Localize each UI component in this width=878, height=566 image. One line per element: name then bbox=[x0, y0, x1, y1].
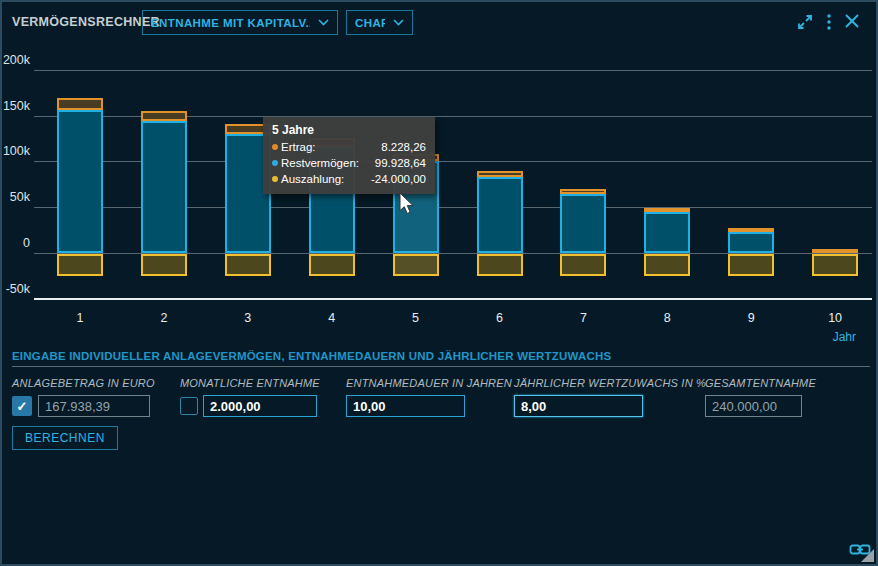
anlagebetrag-label: ANLAGEBETRAG IN EURO bbox=[12, 377, 155, 389]
close-icon[interactable] bbox=[844, 13, 860, 33]
chart-tooltip: 5 Jahre Ertrag: 8.228,26 Restvermögen: 9… bbox=[263, 117, 435, 194]
wertzuwachs-label: JÄHRLICHER WERTZUWACHS IN % bbox=[514, 377, 706, 389]
y-axis-tick-label: 150k bbox=[2, 99, 30, 113]
bar-segment-restvermoegen bbox=[477, 177, 523, 253]
calculation-type-dropdown[interactable]: ENTNAHME MIT KAPITALV... bbox=[142, 10, 338, 35]
bar-segment-restvermoegen bbox=[728, 232, 774, 253]
y-axis-tick-label: 200k bbox=[2, 53, 30, 67]
bar-segment-auszahlung bbox=[644, 254, 690, 276]
auszahlung-bullet-icon bbox=[272, 176, 278, 182]
x-axis-tick-label: 3 bbox=[228, 311, 268, 325]
y-axis-tick-label: 100k bbox=[2, 144, 30, 158]
chevron-down-icon bbox=[393, 19, 404, 26]
bar-segment-ertrag bbox=[728, 228, 774, 232]
bar-segment-ertrag bbox=[477, 171, 523, 177]
bar-segment-restvermoegen bbox=[57, 110, 103, 253]
view-mode-dropdown[interactable]: CHART bbox=[346, 10, 413, 35]
section-divider bbox=[12, 366, 870, 367]
tooltip-value: 99.928,64 bbox=[375, 155, 426, 171]
kebab-menu-icon[interactable] bbox=[826, 13, 832, 35]
tooltip-label: Restvermögen: bbox=[281, 155, 359, 171]
calculation-type-value: ENTNAHME MIT KAPITALV... bbox=[151, 17, 310, 29]
x-axis-tick-label: 5 bbox=[396, 311, 436, 325]
entnahmedauer-input[interactable] bbox=[346, 395, 465, 417]
bar-segment-auszahlung bbox=[477, 254, 523, 276]
bar-segment-restvermoegen bbox=[560, 194, 606, 253]
tooltip-value: -24.000,00 bbox=[371, 171, 426, 187]
gridline bbox=[34, 70, 872, 71]
x-axis-tick-label: 9 bbox=[731, 311, 771, 325]
monatliche-entnahme-label: MONATLICHE ENTNAHME bbox=[180, 377, 320, 389]
x-axis-tick-label: 8 bbox=[647, 311, 687, 325]
x-axis-tick-label: 7 bbox=[563, 311, 603, 325]
bar-segment-auszahlung bbox=[225, 254, 271, 276]
bar-segment-ertrag bbox=[560, 189, 606, 194]
x-axis-line bbox=[34, 298, 872, 300]
page-title: VERMÖGENSRECHNER bbox=[12, 15, 160, 29]
bar-segment-auszahlung bbox=[141, 254, 187, 276]
monatliche-entnahme-input[interactable] bbox=[203, 395, 317, 417]
bar-segment-auszahlung bbox=[393, 254, 439, 276]
monatliche-entnahme-checkbox[interactable] bbox=[180, 397, 198, 415]
view-mode-value: CHART bbox=[355, 17, 385, 29]
ertrag-bullet-icon bbox=[272, 144, 278, 150]
y-axis-tick-label: 0 bbox=[2, 236, 30, 250]
tooltip-label: Auszahlung: bbox=[281, 171, 344, 187]
bar-segment-auszahlung bbox=[812, 254, 858, 276]
tooltip-value: 8.228,26 bbox=[381, 139, 426, 155]
bar-segment-restvermoegen bbox=[644, 212, 690, 253]
gesamtentnahme-input[interactable] bbox=[705, 395, 802, 417]
gesamtentnahme-label: GESAMTENTNAHME bbox=[705, 377, 816, 389]
checkbox-check-icon: ✓ bbox=[17, 399, 28, 414]
bar-segment-auszahlung bbox=[728, 254, 774, 276]
bar-segment-ertrag bbox=[57, 98, 103, 109]
x-axis-title: Jahr bbox=[833, 330, 856, 344]
expand-icon[interactable] bbox=[796, 13, 814, 35]
tooltip-title: 5 Jahre bbox=[272, 123, 426, 137]
wertzuwachs-input[interactable] bbox=[514, 395, 643, 417]
bar-segment-auszahlung bbox=[309, 254, 355, 276]
bar-segment-auszahlung bbox=[57, 254, 103, 276]
restvermoegen-bullet-icon bbox=[272, 160, 278, 166]
y-axis-tick-label: 50k bbox=[2, 190, 30, 204]
chevron-down-icon bbox=[318, 19, 329, 26]
bar-segment-ertrag bbox=[644, 208, 690, 212]
vermoegensrechner-widget: VERMÖGENSRECHNER ENTNAHME MIT KAPITALV..… bbox=[0, 0, 878, 566]
anlagebetrag-checkbox[interactable]: ✓ bbox=[12, 396, 32, 416]
x-axis-tick-label: 4 bbox=[312, 311, 352, 325]
x-axis-tick-label: 2 bbox=[144, 311, 184, 325]
bar-segment-ertrag bbox=[812, 249, 858, 253]
bar-segment-auszahlung bbox=[560, 254, 606, 276]
anlagebetrag-input[interactable] bbox=[38, 395, 150, 417]
tooltip-row-restvermoegen: Restvermögen: 99.928,64 bbox=[272, 155, 426, 171]
bar-segment-ertrag bbox=[141, 111, 187, 122]
entnahmedauer-label: ENTNAHMEDAUER IN JAHREN bbox=[346, 377, 512, 389]
tooltip-row-ertrag: Ertrag: 8.228,26 bbox=[272, 139, 426, 155]
calculate-button[interactable]: BERECHNEN bbox=[12, 426, 118, 450]
resize-handle[interactable] bbox=[861, 549, 874, 562]
y-axis-tick-label: -50k bbox=[2, 282, 30, 296]
x-axis-tick-label: 10 bbox=[815, 311, 855, 325]
tooltip-row-auszahlung: Auszahlung: -24.000,00 bbox=[272, 171, 426, 187]
bar-segment-restvermoegen bbox=[141, 121, 187, 253]
tooltip-label: Ertrag: bbox=[281, 139, 316, 155]
input-section-title: EINGABE INDIVIDUELLER ANLAGEVERMÖGEN, EN… bbox=[12, 350, 611, 362]
x-axis-tick-label: 6 bbox=[480, 311, 520, 325]
x-axis-tick-label: 1 bbox=[60, 311, 100, 325]
